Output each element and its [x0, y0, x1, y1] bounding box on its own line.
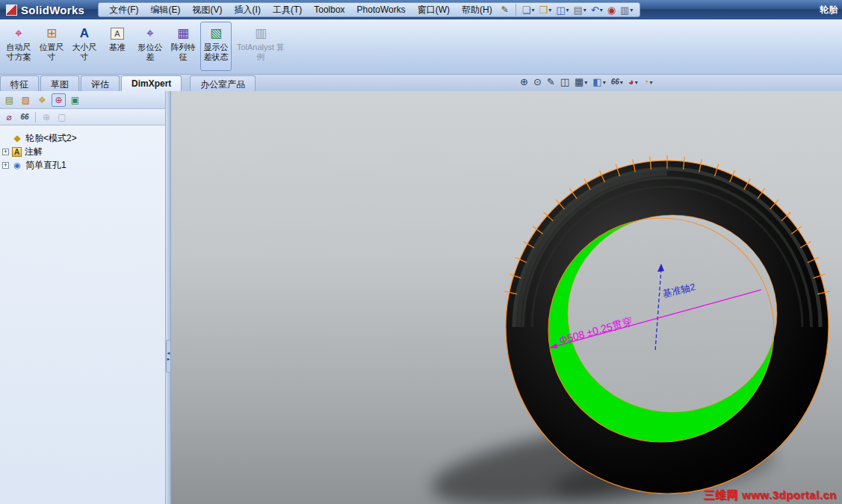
view-orientation-button[interactable]: ▦ — [575, 77, 587, 87]
rebuild-button[interactable]: ◉ — [607, 5, 616, 15]
tire-hole — [568, 215, 777, 412]
button-label: 位置尺寸 — [37, 43, 66, 62]
button-label: 阵列特征 — [168, 43, 198, 62]
auto-dimension-scheme-button[interactable]: ⌖ 自动尺寸方案 — [3, 22, 34, 71]
menu-file[interactable]: 文件(F) — [103, 4, 144, 16]
menubar: 文件(F) 编辑(E) 视图(V) 插入(I) 工具(T) Toolbox Ph… — [98, 2, 640, 17]
panel-splitter[interactable]: ◂ ▸ — [166, 91, 171, 504]
new-document-icon: ❏ — [522, 5, 531, 15]
tab-office-products[interactable]: 办公室产品 — [190, 75, 256, 91]
datum-icon: A — [111, 28, 123, 40]
dropdown-caret-icon[interactable] — [600, 7, 603, 13]
app-name: SolidWorks — [21, 4, 84, 16]
dimxpert-auto-dimension-icon[interactable]: ⌀ — [2, 112, 16, 122]
rebuild-icon: ◉ — [607, 5, 616, 15]
menu-help[interactable]: 帮助(H) — [456, 4, 498, 16]
menu-tools[interactable]: 工具(T) — [267, 4, 308, 16]
view-orientation-icon: ▦ — [575, 77, 583, 87]
zoom-area-button[interactable]: ⊙ — [533, 77, 542, 87]
location-dimension-button[interactable]: ⊞ 位置尺寸 — [36, 22, 67, 71]
display-style-button[interactable]: ◧ — [592, 77, 605, 87]
displaymanager-tab[interactable]: ▣ — [68, 93, 82, 107]
dimxpert-tool-disabled-icon: ⊕ — [40, 112, 53, 122]
filter-annotations-icon: ✎ — [547, 77, 555, 87]
tree-item-annotations[interactable]: A 注解 — [0, 145, 165, 158]
tree-expander[interactable] — [2, 149, 9, 155]
section-view-button[interactable]: ◫ — [560, 77, 569, 87]
task-pane-button[interactable]: ▥ — [620, 5, 633, 15]
part-icon: ◆ — [12, 134, 22, 143]
toolbar-separator — [516, 4, 516, 16]
geometric-tolerance-button[interactable]: ⌖ 形位公差 — [134, 22, 166, 71]
show-tolerance-status-button[interactable]: ▧ 显示公差状态 — [200, 22, 232, 71]
print-button[interactable]: ▤ — [573, 5, 586, 15]
scene-button[interactable]: ◔ — [643, 77, 653, 87]
dropdown-caret-icon[interactable] — [566, 7, 569, 13]
collapse-arrow-icon: ▸ — [167, 356, 170, 362]
show-tolerance-status-icon: ▧ — [210, 25, 222, 43]
menu-photoworks[interactable]: PhotoWorks — [351, 4, 412, 15]
search-icon[interactable]: ✎ — [501, 4, 509, 15]
open-button[interactable]: ❒ — [539, 5, 551, 15]
datum-button[interactable]: A 基准 — [102, 22, 133, 71]
dimxpert-manager-panel: ▤ ▨ ❖ ⊕ ▣ ⌀ 66 ⊕ ▢ ◆ 轮胎<模式2> A 注解 — [0, 91, 166, 504]
save-button[interactable]: ◫ — [556, 5, 569, 15]
hide-show-items-button[interactable]: 66 — [611, 77, 623, 87]
document-title: 轮胎 — [820, 4, 838, 16]
tab-dimxpert[interactable]: DimXpert — [121, 75, 182, 91]
dropdown-caret-icon[interactable] — [548, 7, 551, 13]
filter-annotations-button[interactable]: ✎ — [547, 77, 555, 87]
zoom-fit-button[interactable]: ⊕ — [520, 77, 528, 87]
undo-button[interactable]: ↶ — [591, 5, 603, 15]
annotations-icon: A — [12, 147, 22, 157]
model-viewport[interactable]: 基准轴2 Φ508 ±0.25贯穿 三维网 www.3dportal.cn — [171, 91, 842, 504]
dimxpertmanager-tab[interactable]: ⊕ — [52, 93, 66, 107]
dimxpert-tool2-disabled-icon: ▢ — [55, 112, 69, 122]
panel-collapse-handle[interactable]: ◂ ▸ — [166, 340, 171, 373]
button-label: TolAnalyst 算例 — [234, 43, 288, 62]
dropdown-caret-icon[interactable] — [583, 7, 586, 13]
tree-item-label: 简单直孔1 — [25, 159, 66, 172]
tire-model-view[interactable]: 基准轴2 Φ508 ±0.25贯穿 — [171, 91, 842, 504]
tab-evaluate[interactable]: 评估 — [81, 75, 120, 91]
dropdown-caret-icon[interactable] — [630, 7, 633, 13]
tab-sketch[interactable]: 草图 — [40, 75, 79, 91]
propertymanager-tab[interactable]: ▨ — [19, 93, 33, 107]
featuremanager-tab[interactable]: ▤ — [2, 93, 16, 107]
command-manager-tabs: 特征 草图 评估 DimXpert 办公室产品 ⊕ ⊙ ✎ ◫ ▦ ◧ — [0, 75, 842, 91]
button-label: 显示公差状态 — [201, 43, 231, 62]
menu-window[interactable]: 窗口(W) — [412, 4, 456, 16]
dropdown-caret-icon[interactable] — [584, 79, 587, 86]
pattern-feature-button[interactable]: ▦ 阵列特征 — [167, 22, 199, 71]
tab-features[interactable]: 特征 — [0, 75, 39, 91]
app-logo: SolidWorks — [0, 4, 90, 16]
auto-dimension-scheme-icon: ⌖ — [15, 25, 22, 43]
view-heads-up-toolbar: ⊕ ⊙ ✎ ◫ ▦ ◧ 66 ◕ — [520, 77, 653, 87]
pattern-feature-icon: ▦ — [177, 25, 189, 43]
geometric-tolerance-icon: ⌖ — [146, 25, 154, 43]
dropdown-caret-icon[interactable] — [531, 7, 534, 13]
dropdown-caret-icon[interactable] — [650, 79, 653, 86]
size-dimension-button[interactable]: A 大小尺寸 — [69, 22, 100, 71]
menu-toolbox[interactable]: Toolbox — [308, 4, 350, 15]
dropdown-caret-icon[interactable] — [603, 79, 606, 86]
menu-insert[interactable]: 插入(I) — [229, 4, 267, 16]
tree-item-simple-hole[interactable]: ◉ 简单直孔1 — [0, 158, 165, 172]
menu-view[interactable]: 视图(V) — [187, 4, 229, 16]
tolanalyst-study-icon: ▥ — [255, 25, 267, 43]
tree-expander[interactable] — [2, 162, 9, 169]
dimxpert-tool-row: ⌀ 66 ⊕ ▢ — [0, 109, 165, 125]
menu-edit[interactable]: 编辑(E) — [145, 4, 187, 16]
new-document-button[interactable]: ❏ — [522, 5, 535, 15]
tree-item-part[interactable]: ◆ 轮胎<模式2> — [0, 131, 165, 145]
print-icon: ▤ — [573, 5, 582, 15]
location-dimension-icon: ⊞ — [46, 25, 57, 43]
dropdown-caret-icon[interactable] — [635, 79, 638, 86]
show-tolerance-status-icon[interactable]: 66 — [18, 113, 31, 121]
hide-show-items-icon: 66 — [611, 77, 619, 87]
edit-appearance-button[interactable]: ◕ — [628, 77, 638, 87]
dropdown-caret-icon[interactable] — [620, 79, 623, 86]
tree-item-label: 轮胎<模式2> — [25, 132, 77, 145]
configurationmanager-tab[interactable]: ❖ — [35, 93, 49, 107]
scene-icon: ◔ — [643, 77, 649, 87]
